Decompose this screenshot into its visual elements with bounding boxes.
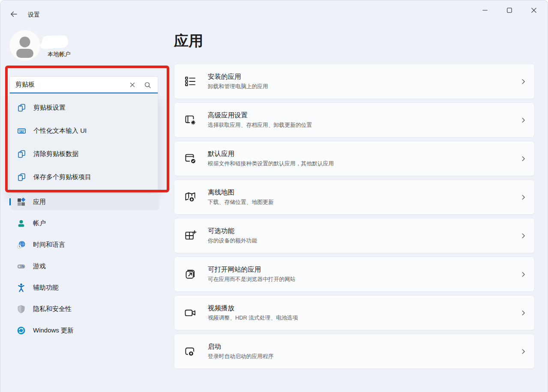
minimize-button[interactable] (475, 3, 494, 18)
settings-window: 设置 本地帐户 (0, 0, 548, 392)
accounts-icon (17, 219, 26, 228)
chevron-right-icon (520, 348, 527, 355)
sidebar-item-label: 时间和语言 (33, 241, 65, 249)
settings-list: 安装的应用卸载和管理电脑上的应用高级应用设置选择获取应用、存档应用、卸载更新的位… (174, 64, 535, 372)
settings-row-5[interactable]: 可打开网站的应用可在应用而不是浏览器中打开的网站 (174, 257, 535, 292)
settings-row-title: 高级应用设置 (208, 111, 312, 120)
settings-row-title: 默认应用 (208, 150, 334, 159)
settings-row-text: 安装的应用卸载和管理电脑上的应用 (208, 72, 268, 90)
sidebar-item-2[interactable]: 时间和语言 (11, 236, 159, 253)
search-result-label: 清除剪贴板数据 (33, 150, 78, 158)
back-arrow-icon (9, 10, 18, 18)
sidebar-item-0[interactable]: 应用 (11, 194, 159, 210)
close-button[interactable] (524, 3, 543, 18)
minimize-icon (482, 7, 488, 14)
settings-row-6[interactable]: 视频播放视频调整、HDR 流式处理、电池选项 (174, 295, 535, 330)
gaming-icon (17, 262, 26, 271)
chevron-right-icon (520, 310, 527, 316)
sidebar-item-1[interactable]: 帐户 (11, 215, 159, 231)
advanced-app-settings-icon (184, 114, 197, 126)
privacy-icon (17, 305, 26, 314)
chevron-right-icon (520, 194, 527, 200)
app-title: 设置 (28, 11, 40, 19)
settings-row-7[interactable]: 启动登录时自动启动的应用程序 (174, 334, 535, 369)
settings-row-text: 高级应用设置选择获取应用、存档应用、卸载更新的位置 (208, 111, 312, 129)
search-result-item[interactable]: 个性化文本输入 UI (10, 119, 158, 142)
settings-row-2[interactable]: 默认应用根据文件和链接种类设置的默认应用，其他默认应用 (174, 141, 535, 176)
search-result-item[interactable]: 保存多个剪贴板项目 (10, 165, 158, 189)
clear-search-button[interactable] (126, 78, 139, 91)
person-icon (9, 30, 41, 61)
back-button[interactable] (7, 8, 20, 21)
settings-row-title: 离线地图 (208, 188, 274, 197)
settings-row-title: 视频播放 (208, 304, 298, 313)
settings-row-text: 启动登录时自动启动的应用程序 (208, 342, 274, 360)
keyboard-icon (17, 126, 26, 135)
search-result-label: 保存多个剪贴板项目 (33, 173, 91, 181)
video-playback-icon (184, 306, 197, 319)
windows-update-icon (17, 326, 26, 335)
sidebar-item-4[interactable]: 辅助功能 (11, 279, 159, 296)
clipboard-icon (17, 103, 26, 112)
settings-row-subtitle: 选择获取应用、存档应用、卸载更新的位置 (208, 122, 312, 129)
avatar (9, 30, 41, 61)
chevron-right-icon (520, 78, 527, 85)
sidebar-item-5[interactable]: 隐私和安全性 (11, 301, 159, 317)
settings-row-title: 可选功能 (208, 227, 257, 236)
account-type-label: 本地帐户 (48, 51, 71, 58)
settings-row-0[interactable]: 安装的应用卸载和管理电脑上的应用 (174, 64, 535, 99)
settings-row-subtitle: 可在应用而不是浏览器中打开的网站 (208, 276, 296, 283)
chevron-right-icon (520, 271, 527, 278)
clear-x-icon (129, 82, 135, 88)
search-results-dropdown: 剪贴板设置个性化文本输入 UI清除剪贴板数据保存多个剪贴板项目 (9, 94, 158, 191)
search-input[interactable] (10, 77, 131, 93)
search-result-item[interactable]: 剪贴板设置 (10, 96, 158, 119)
apps-for-websites-icon (184, 268, 197, 281)
sidebar-item-label: 辅助功能 (33, 284, 59, 292)
maximize-icon (506, 7, 513, 14)
settings-row-title: 启动 (208, 342, 274, 351)
page-title: 应用 (174, 31, 203, 51)
time-language-icon (17, 240, 26, 249)
settings-row-1[interactable]: 高级应用设置选择获取应用、存档应用、卸载更新的位置 (174, 102, 535, 138)
sidebar-item-label: 应用 (33, 198, 46, 206)
search-icon (144, 81, 151, 89)
settings-row-title: 可打开网站的应用 (208, 265, 296, 274)
maximize-button[interactable] (500, 3, 519, 18)
caption-buttons (475, 3, 543, 18)
settings-row-subtitle: 登录时自动启动的应用程序 (208, 353, 274, 360)
sidebar-item-label: 帐户 (33, 219, 46, 227)
settings-row-text: 可选功能你的设备的额外功能 (208, 227, 257, 245)
apps-icon (17, 197, 26, 206)
sidebar-item-label: 隐私和安全性 (33, 305, 72, 313)
accessibility-icon (17, 283, 26, 292)
settings-row-text: 视频播放视频调整、HDR 流式处理、电池选项 (208, 304, 298, 322)
settings-row-text: 可打开网站的应用可在应用而不是浏览器中打开的网站 (208, 265, 296, 283)
default-apps-icon (184, 152, 197, 165)
redacted-username (42, 35, 69, 48)
installed-apps-icon (184, 75, 197, 88)
search-result-label: 剪贴板设置 (33, 104, 66, 112)
settings-row-subtitle: 根据文件和链接种类设置的默认应用，其他默认应用 (208, 160, 334, 168)
settings-row-title: 安装的应用 (208, 72, 268, 81)
clipboard-icon (17, 173, 26, 182)
offline-maps-icon (184, 191, 197, 203)
settings-row-subtitle: 卸载和管理电脑上的应用 (208, 83, 268, 90)
chevron-right-icon (520, 233, 527, 239)
sidebar-nav: 应用帐户时间和语言游戏辅助功能隐私和安全性Windows 更新 (11, 194, 159, 344)
sidebar-item-label: Windows 更新 (33, 326, 74, 335)
settings-row-text: 离线地图下载、存储位置、地图更新 (208, 188, 274, 206)
settings-row-3[interactable]: 离线地图下载、存储位置、地图更新 (174, 180, 535, 215)
settings-row-4[interactable]: 可选功能你的设备的额外功能 (174, 218, 535, 253)
chevron-right-icon (520, 117, 527, 123)
search-result-label: 个性化文本输入 UI (33, 127, 87, 135)
search-button[interactable] (141, 78, 154, 91)
settings-row-subtitle: 视频调整、HDR 流式处理、电池选项 (208, 314, 298, 322)
close-icon (530, 7, 537, 14)
sidebar-item-3[interactable]: 游戏 (11, 258, 159, 274)
clipboard-icon (17, 150, 26, 159)
selected-indicator (9, 198, 11, 206)
search-result-item[interactable]: 清除剪贴板数据 (10, 142, 158, 165)
sidebar-item-6[interactable]: Windows 更新 (11, 322, 159, 338)
settings-row-text: 默认应用根据文件和链接种类设置的默认应用，其他默认应用 (208, 150, 334, 168)
